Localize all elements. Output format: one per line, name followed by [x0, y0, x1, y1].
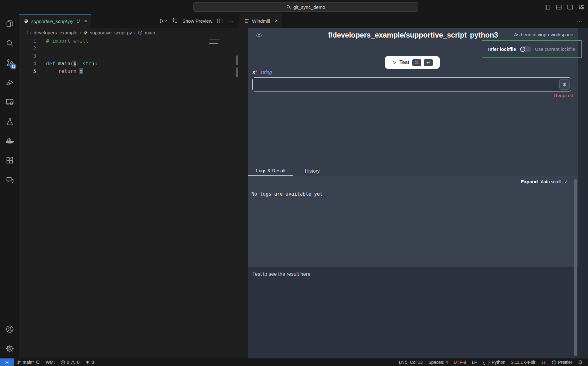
breadcrumb-file[interactable]: supportive_script.py [90, 30, 132, 35]
prettier-item[interactable]: Prettier [549, 358, 575, 366]
editor-more-actions-icon[interactable]: ··· [227, 18, 234, 24]
split-editor-icon[interactable] [217, 18, 223, 24]
copilot-item[interactable] [538, 358, 549, 366]
breadcrumb-folder[interactable]: developers_example [34, 30, 77, 35]
tab-git-status: U [76, 19, 79, 24]
remote-explorer-icon[interactable] [0, 92, 19, 112]
breadcrumb: f › developers_example › supportive_scri… [19, 28, 239, 37]
broadcast-tower-icon [85, 360, 90, 365]
symbol-cube-icon [138, 30, 143, 35]
tab-label: Windmill [252, 18, 270, 24]
python-file-icon [24, 19, 29, 24]
source-control-icon[interactable]: 11 [0, 53, 19, 73]
toggle-panel-icon[interactable] [556, 4, 562, 10]
toggle-sidebar-left-icon[interactable] [544, 4, 550, 10]
remote-indicator[interactable]: >< [0, 358, 14, 366]
variable-picker-button[interactable]: $ [559, 79, 570, 90]
autoscroll-label[interactable]: Auto scroll [541, 179, 561, 184]
run-python-file-icon[interactable] [159, 18, 167, 24]
account-icon[interactable] [0, 319, 19, 339]
activity-bar: 11 [0, 14, 19, 358]
minimap[interactable] [209, 39, 220, 39]
toggle-knob [520, 47, 525, 52]
webview-right-gutter [578, 28, 588, 358]
toggle-sidebar-right-icon[interactable] [567, 4, 573, 10]
copilot-icon [541, 360, 546, 365]
tab-windmill[interactable]: Windmill × [239, 14, 282, 28]
logs-panel: Expand Auto scroll ✓ No logs are availab… [248, 176, 578, 267]
problems-item[interactable]: 0 0 [58, 358, 83, 366]
tab-supportive-script[interactable]: supportive_script.py U × [19, 14, 91, 28]
docker-icon[interactable] [0, 131, 19, 151]
circle-slash-icon [552, 360, 556, 365]
code-line-5: 5 return x [19, 68, 239, 75]
editor-tab-bar: supportive_script.py U × Show Preview ··… [19, 14, 239, 28]
code-line-3: 3 [19, 52, 239, 60]
text-cursor [83, 68, 83, 74]
tab-history[interactable]: History [293, 166, 331, 176]
cmd-key-icon: ⌘ [412, 59, 421, 66]
script-language: python3 [470, 31, 498, 39]
sync-icon [36, 360, 40, 364]
settings-gear-icon[interactable] [0, 339, 19, 358]
panel-tab-bar: Windmill × ··· [239, 14, 588, 28]
webview-left-margin [239, 28, 248, 358]
test-button[interactable]: Test ⌘ ↵ [385, 56, 440, 69]
breadcrumb-symbol[interactable]: main [145, 30, 155, 35]
language-status-icon: { } [483, 360, 490, 365]
show-preview-button[interactable]: Show Preview [182, 18, 212, 24]
testing-icon[interactable] [0, 112, 19, 131]
tab-close-icon[interactable]: × [84, 18, 87, 24]
ports-item[interactable]: 0 [82, 358, 97, 366]
tab-label: supportive_script.py [31, 19, 73, 24]
code-line-4: 4 def main(x: str): [19, 60, 239, 68]
panel-more-actions-icon[interactable]: ··· [576, 18, 583, 24]
explorer-icon[interactable] [0, 14, 19, 33]
cursor-position-item[interactable]: Ln 5, Col 13 [396, 358, 426, 366]
customize-layout-icon[interactable] [579, 4, 584, 10]
overview-ruler-mark [236, 68, 238, 77]
preview-lines-icon [244, 19, 249, 23]
webview-scrollbar[interactable] [574, 179, 577, 356]
argument-x-input[interactable] [252, 77, 571, 92]
language-mode-item[interactable]: { } Python [480, 358, 508, 366]
command-center-search[interactable]: git_sync_demo [193, 2, 418, 12]
lockfile-options-box: Infer lockfile Use current lockfile [482, 40, 582, 58]
scm-badge: 11 [10, 63, 16, 69]
result-placeholder: Test to see the result here [252, 271, 310, 277]
lockfile-toggle[interactable] [520, 46, 531, 52]
code-line-1: 1 # import wmill [19, 37, 239, 45]
git-branch-icon [17, 360, 21, 365]
result-tab-bar: Logs & Result History [248, 166, 331, 176]
overview-ruler-mark [236, 56, 238, 65]
encoding-item[interactable]: UTF-8 [451, 358, 469, 366]
minimap[interactable] [209, 42, 222, 42]
required-message: Required [554, 93, 573, 98]
python-version-item[interactable]: 3.11.1 64-bit [508, 358, 538, 366]
title-bar: ← → git_sync_demo [0, 0, 588, 14]
indent-guide [46, 68, 46, 76]
minimap[interactable] [209, 43, 218, 44]
search-value: git_sync_demo [293, 4, 325, 10]
bell-icon [578, 360, 583, 365]
search-icon[interactable] [0, 33, 19, 53]
tab-close-icon[interactable]: × [275, 18, 278, 24]
breadcrumb-root[interactable]: f [26, 30, 28, 35]
open-changes-icon[interactable] [172, 18, 178, 24]
check-icon: ✓ [564, 179, 568, 184]
code-editor[interactable]: 1 # import wmill 2 3 4 def main(x: str):… [19, 37, 239, 358]
indentation-item[interactable]: Spaces: 4 [426, 358, 451, 366]
run-debug-icon[interactable] [0, 73, 19, 92]
expand-button[interactable]: Expand [521, 179, 538, 184]
extensions-icon[interactable] [0, 151, 19, 170]
tab-logs-result[interactable]: Logs & Result [248, 166, 293, 176]
git-branch-item[interactable]: main* [14, 358, 43, 366]
windmill-status-item[interactable]: WM: [43, 358, 58, 366]
windmill-webview: f/developers_example/supportive_scriptpy… [239, 28, 588, 358]
chat-icon[interactable] [0, 170, 19, 190]
enter-key-icon: ↵ [424, 59, 433, 66]
eol-item[interactable]: LF [469, 358, 480, 366]
notifications-item[interactable] [575, 358, 585, 366]
editor-group: supportive_script.py U × Show Preview ··… [19, 14, 239, 358]
python-file-icon [83, 30, 88, 35]
